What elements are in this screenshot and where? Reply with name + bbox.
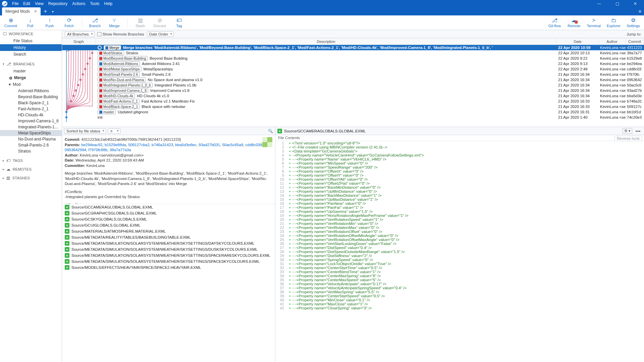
diff-line[interactable]: 35+····<Property name="CenterMaxSpeed" v… bbox=[275, 278, 644, 282]
sidebar-branch-black-space-2_1[interactable]: Black-Space-2_1 bbox=[0, 100, 62, 106]
branch-label[interactable]: master bbox=[98, 110, 116, 114]
sidebar-section-branches[interactable]: ▾ ⎇ BRANCHES bbox=[0, 60, 62, 68]
menu-repository[interactable]: Repository bbox=[48, 1, 67, 6]
parent-hash-link[interactable]: b746a31423 bbox=[152, 143, 173, 147]
order-combo[interactable]: Date Order bbox=[147, 32, 174, 37]
branch-label[interactable]: Mod/Small-Panels-2.6 bbox=[98, 72, 140, 77]
diff-line[interactable]: 8+····<Property name="OffsetX" value="0"… bbox=[275, 169, 644, 173]
sidebar-section-tags[interactable]: ▸ 🏷 TAGS bbox=[0, 157, 62, 164]
branch-label[interactable]: Mod/HD-Clouds-4k bbox=[98, 94, 135, 98]
sidebar-branch-hd-clouds-4k[interactable]: HD-Clouds-4k bbox=[0, 112, 62, 118]
diff-line[interactable]: 26+····<Property name="VertStartLookingD… bbox=[275, 242, 644, 246]
sidebar-section-remotes[interactable]: ▸ ☁ REMOTES bbox=[0, 166, 62, 173]
changed-file-row[interactable]: +Source/METADATA/REALITY/TABLES/BASEBUIL… bbox=[62, 234, 275, 240]
changed-file-row[interactable]: +Source/GCGRAPHICSGLOBALS.GLOBAL.EXML bbox=[62, 210, 275, 216]
sidebar-branch-metal-spaceships[interactable]: Metal-SpaceShips bbox=[0, 130, 62, 136]
branch-label[interactable]: Mod/Fast-Actions-2_1 bbox=[98, 99, 140, 104]
tool-merge[interactable]: ⑂Merge bbox=[108, 18, 121, 28]
col-graph[interactable]: Graph bbox=[62, 38, 96, 45]
col-date[interactable]: Date bbox=[557, 38, 599, 45]
diff-line[interactable]: 34+····<Property name="CenterMaxSpring" … bbox=[275, 274, 644, 278]
sidebar-branch-merge[interactable]: Merge bbox=[0, 74, 62, 81]
branch-label[interactable]: Mod/Beyond-Base-Building bbox=[98, 56, 148, 61]
sidebar-branch-improved-camera-1_8[interactable]: Improved-Camera-1_8 bbox=[0, 118, 62, 124]
history-row[interactable]: Mod/Black-Space-2_1Black space with nebu… bbox=[62, 104, 644, 109]
diff-line[interactable]: 41+····<Property name="MaxClose" value="… bbox=[275, 302, 644, 306]
sidebar-branch-fast-actions-2_1[interactable]: Fast-Actions-2_1 bbox=[0, 106, 62, 112]
diff-line[interactable]: 31+····<Property name="LockToObjectOnIdl… bbox=[275, 262, 644, 266]
history-row[interactable]: Mod/Integrated-Planets-1_0_bIntegrated P… bbox=[62, 82, 644, 88]
changed-file-row[interactable]: +Source/MODELS/EFFECTS/HEAVYAIR/SPACE/SP… bbox=[62, 264, 275, 270]
sidebar-branch-small-panels-2.6[interactable]: Small-Panels-2.6 bbox=[0, 142, 62, 148]
branch-label[interactable]: Mod/Integrated-Planets-1_0_b bbox=[98, 83, 153, 87]
sidebar-item-search[interactable]: Search bbox=[0, 51, 62, 58]
menu-help[interactable]: Help bbox=[104, 1, 113, 6]
show-remote-checkbox[interactable]: Show Remote Branches bbox=[97, 32, 144, 36]
tool-branch[interactable]: ⎇Branch bbox=[88, 18, 102, 28]
parent-hash-link[interactable]: 0953642994 bbox=[65, 148, 86, 152]
parent-hash-link[interactable]: bba5d3e8ec bbox=[175, 143, 196, 147]
diff-line[interactable]: 32+····<Property name="CenterStartTime" … bbox=[275, 266, 644, 270]
diff-settings-button[interactable]: ⚙ ▾ bbox=[623, 128, 632, 134]
diff-more-button[interactable]: ••• bbox=[634, 129, 642, 133]
diff-line[interactable]: 10+····<Property name="OffsetYAlt" value… bbox=[275, 177, 644, 181]
diff-line[interactable]: 18+····<Property name="UpGamma" value="1… bbox=[275, 209, 644, 214]
close-tab-icon[interactable]: ✕ bbox=[34, 9, 37, 14]
changed-file-row[interactable]: +Source/MATERIALS/ATMOSPHERE.MATERIAL.EX… bbox=[62, 228, 275, 234]
diff-line[interactable]: 38+····<Property name="VertMaxSpring" va… bbox=[275, 290, 644, 294]
history-row[interactable]: Mod/Fast-Actions-2_1Fast Actions v2.1 Ma… bbox=[62, 99, 644, 104]
history-row[interactable]: masterUpdated gitignore21 Apr 2020 16:31… bbox=[62, 109, 644, 115]
diff-line[interactable]: 33+····<Property name="CenterBlendTime" … bbox=[275, 270, 644, 274]
parent-hash-link[interactable]: 93ad27b031 bbox=[199, 143, 220, 147]
diff-line[interactable]: 3+<Data template="GcCameraGlobals"> bbox=[275, 149, 644, 153]
branch-label[interactable]: Mod/No-Dust-and-Plasma bbox=[98, 77, 146, 82]
diff-line[interactable]: 36+····<Property name="VelocityAnticipat… bbox=[275, 282, 644, 286]
diff-line[interactable]: 6+····<Property name="MinSpeed" value="0… bbox=[275, 161, 644, 165]
changed-file-row[interactable]: +Source/GCUIGLOBALS.GLOBAL.EXML bbox=[62, 222, 275, 228]
reverse-hunk-button[interactable]: Reverse hunk bbox=[614, 136, 642, 141]
tool-settings[interactable]: ⚙Settings bbox=[627, 18, 640, 28]
diff-line[interactable]: 39+····<Property name="CenterStartSpeed"… bbox=[275, 294, 644, 298]
diff-line[interactable]: 28+····<Property name="DistSpeedOutsideM… bbox=[275, 250, 644, 254]
history-row[interactable]: Mod/Small-Panels-2.6Small Panels 2.621 A… bbox=[62, 72, 644, 77]
parent-hash-link[interactable]: 38a7a77a3a bbox=[110, 148, 131, 152]
diff-line[interactable]: 2+<!--File created using MBINCompiler ve… bbox=[275, 145, 644, 149]
tool-git-flow[interactable]: ⎇Git-flow bbox=[548, 18, 561, 28]
branch-label[interactable]: Merge bbox=[104, 45, 121, 50]
parent-hash-link[interactable]: 50ac5c65a8 bbox=[222, 143, 243, 147]
tool-terminal[interactable]: >Terminal bbox=[587, 18, 601, 28]
menu-view[interactable]: View bbox=[35, 1, 44, 6]
parent-hash-link[interactable]: b1529e88da bbox=[105, 143, 126, 147]
diff-line[interactable]: 25+····<Property name="VertRotationOffse… bbox=[275, 238, 644, 242]
diff-line[interactable]: 15+····<Property name="UpMaxDistance" va… bbox=[275, 197, 644, 201]
sidebar-branch-no-dust-and-plasma[interactable]: No-Dust-and-Plasma bbox=[0, 136, 62, 142]
diff-line[interactable]: 9+····<Property name="OffsetY" value="0"… bbox=[275, 173, 644, 177]
history-row[interactable]: Mod/Beyond-Base-BuildingBeyond Base Buil… bbox=[62, 56, 644, 61]
diff-line[interactable]: 14+····<Property name="BackMaxDistance" … bbox=[275, 193, 644, 197]
tool-discard[interactable]: ⊘Discard bbox=[153, 18, 166, 28]
menu-edit[interactable]: Edit bbox=[23, 1, 30, 6]
diff-line[interactable]: 20+····<Property name="VertRotationSpeed… bbox=[275, 218, 644, 222]
diff-line[interactable]: 4+··<Property name="VehicleCamHmd" value… bbox=[275, 153, 644, 157]
diff-line[interactable]: 17+····<Property name="PanFar" value="1"… bbox=[275, 205, 644, 209]
diff-line[interactable]: 24+····<Property name="VertRotationOffse… bbox=[275, 234, 644, 238]
diff-line[interactable]: 16+····<Property name="PanNear" value="0… bbox=[275, 201, 644, 205]
jump-to-label[interactable]: Jump to: bbox=[627, 32, 641, 36]
parent-hash-link[interactable]: be294eac92 bbox=[81, 143, 102, 147]
diff-line[interactable]: 11+····<Property name="OffsetZFlat" valu… bbox=[275, 181, 644, 185]
sidebar-branch-asteroid-ribbons[interactable]: Asteroid-Ribbons bbox=[0, 88, 62, 94]
diff-line[interactable]: 30+····<Property name="SpringSpeed" valu… bbox=[275, 258, 644, 262]
hamburger-menu-icon[interactable]: ≡ bbox=[639, 9, 641, 14]
col-desc[interactable]: Description bbox=[96, 38, 557, 45]
parent-hash-link[interactable]: f7970fc88b bbox=[88, 148, 107, 152]
history-row[interactable]: init21 Apr 2020 1:40KevinLuna <servid74c… bbox=[62, 115, 644, 120]
changed-file-row[interactable]: +Source/METADATA/SIMULATION/SOLARSYSTEM/… bbox=[62, 246, 275, 252]
diff-line[interactable]: 23+····<Property name="VertRotationOffse… bbox=[275, 230, 644, 234]
diff-line[interactable]: 1+<?xml version="1.0" encoding="utf-8"?> bbox=[275, 141, 644, 145]
history-row[interactable]: Mod/Asteroid-RibbonsAsteroid Ribbons 2.4… bbox=[62, 61, 644, 66]
diff-line[interactable]: 21+····<Property name="VertRotationMin" … bbox=[275, 222, 644, 226]
tool-commit[interactable]: ⊕Commit bbox=[4, 18, 17, 28]
branch-label[interactable]: Mod/Black-Space-2_1 bbox=[98, 104, 140, 109]
sidebar-branch-beyond-base-building[interactable]: Beyond-Base-Building bbox=[0, 94, 62, 100]
changed-file-row[interactable]: +Source/GCCAMERAGLOBALS.GLOBAL.EXML bbox=[62, 204, 275, 210]
